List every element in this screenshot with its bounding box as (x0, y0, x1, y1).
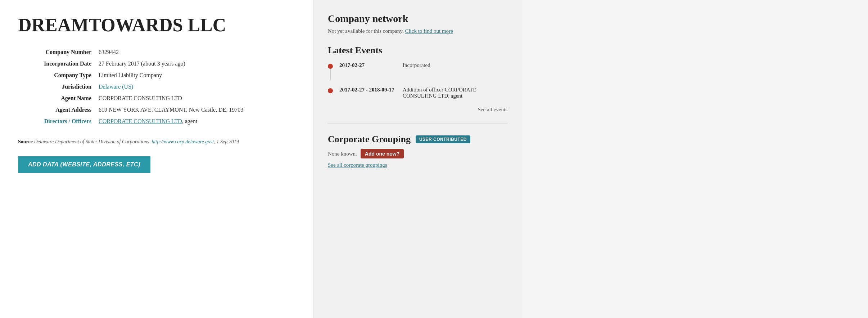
event-date-2: 2017-02-27 - 2018-09-17 (339, 87, 397, 93)
table-row: Incorporation Date 27 February 2017 (abo… (18, 58, 295, 70)
jurisdiction-link[interactable]: Delaware (US) (99, 84, 133, 90)
company-network-title: Company network (328, 13, 507, 24)
network-link[interactable]: Click to find out more (405, 28, 453, 34)
corp-grouping-title: Corporate Grouping (328, 134, 411, 145)
events-list: 2017-02-27 Incorporated 2017-02-27 - 201… (328, 62, 507, 99)
see-all-groupings-link[interactable]: See all corporate groupings (328, 162, 507, 168)
event-content-2: 2017-02-27 - 2018-09-17 Addition of offi… (339, 87, 507, 99)
event-dot-col (328, 62, 333, 80)
agent-name-label: Agent Name (18, 93, 97, 104)
add-data-button[interactable]: ADD DATA (WEBSITE, ADDRESS, ETC) (18, 156, 150, 173)
company-title: DREAMTOWARDS LLC (18, 14, 295, 36)
event-date-1: 2017-02-27 (339, 62, 397, 68)
table-row: Agent Name CORPORATE CONSULTING LTD (18, 93, 295, 104)
event-desc-2: Addition of officer CORPORATE CONSULTING… (403, 87, 507, 99)
table-row: Company Number 6329442 (18, 46, 295, 58)
source-label: Source (18, 139, 33, 144)
jurisdiction-value: Delaware (US) (97, 81, 295, 93)
see-all-events-link[interactable]: See all events (478, 107, 507, 112)
directors-link[interactable]: CORPORATE CONSULTING LTD (99, 118, 182, 124)
agent-name-value: CORPORATE CONSULTING LTD (97, 93, 295, 104)
event-dot (328, 64, 333, 69)
main-content: DREAMTOWARDS LLC Company Number 6329442 … (0, 0, 313, 318)
source-date: , 1 Sep 2019 (214, 139, 239, 144)
directors-value: CORPORATE CONSULTING LTD, agent (97, 116, 295, 127)
company-number-label: Company Number (18, 46, 97, 58)
page-container: DREAMTOWARDS LLC Company Number 6329442 … (0, 0, 868, 318)
table-row: Agent Address 619 NEW YORK AVE, CLAYMONT… (18, 104, 295, 116)
network-description: Not yet available for this company. Clic… (328, 28, 507, 34)
incorporation-date-label: Incorporation Date (18, 58, 97, 70)
table-row: Company Type Limited Liability Company (18, 70, 295, 81)
directors-suffix: , agent (182, 118, 198, 124)
user-contributed-badge: USER CONTRIBUTED (416, 135, 470, 143)
list-item: 2017-02-27 Incorporated (328, 62, 507, 80)
company-type-label: Company Type (18, 70, 97, 81)
directors-label: Directors / Officers (18, 116, 97, 127)
add-one-button[interactable]: Add one now? (361, 149, 404, 158)
source-url[interactable]: http://www.corp.delaware.gov/ (152, 139, 214, 144)
latest-events-title: Latest Events (328, 45, 507, 56)
agent-address-label: Agent Address (18, 104, 97, 116)
corp-grouping-header: Corporate Grouping USER CONTRIBUTED (328, 134, 507, 145)
none-known-text: None known. (328, 151, 357, 157)
jurisdiction-label: Jurisdiction (18, 81, 97, 93)
table-row: Jurisdiction Delaware (US) (18, 81, 295, 93)
sidebar: Company network Not yet available for th… (313, 0, 522, 318)
company-type-value: Limited Liability Company (97, 70, 295, 81)
incorporation-date-value: 27 February 2017 (about 3 years ago) (97, 58, 295, 70)
source-section: Source Delaware Department of State: Div… (18, 138, 270, 145)
table-row: Directors / Officers CORPORATE CONSULTIN… (18, 116, 295, 127)
event-dot-2 (328, 88, 333, 93)
event-content: 2017-02-27 Incorporated (339, 62, 430, 68)
event-desc-1: Incorporated (403, 62, 430, 68)
source-body: Delaware Department of State: Division o… (33, 139, 152, 144)
agent-address-value: 619 NEW YORK AVE, CLAYMONT, New Castle, … (97, 104, 295, 116)
network-desc-text: Not yet available for this company. (328, 28, 405, 34)
see-all-events: See all events (328, 106, 507, 113)
none-known: None known. Add one now? (328, 149, 507, 158)
info-table: Company Number 6329442 Incorporation Dat… (18, 46, 295, 127)
corporate-grouping-section: Corporate Grouping USER CONTRIBUTED None… (328, 124, 507, 168)
event-line (330, 69, 331, 80)
company-number-value: 6329442 (97, 46, 295, 58)
list-item: 2017-02-27 - 2018-09-17 Addition of offi… (328, 87, 507, 99)
event-dot-col-2 (328, 87, 333, 93)
